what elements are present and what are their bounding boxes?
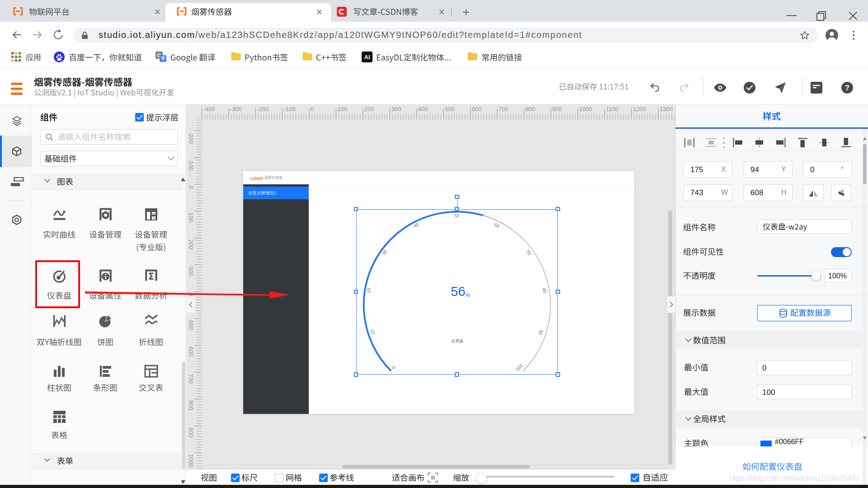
svg-text:?: ? [845, 84, 849, 92]
